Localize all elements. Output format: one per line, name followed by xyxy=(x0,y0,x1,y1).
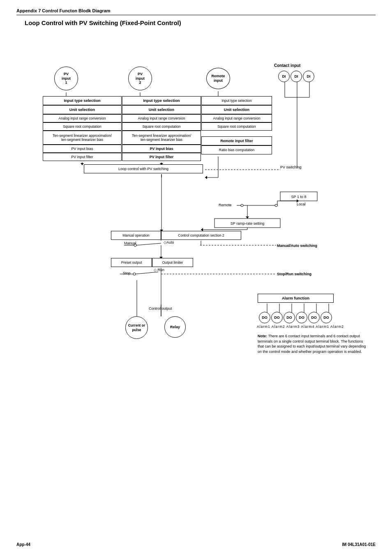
analog-range-2: Analog input range conversion xyxy=(122,114,201,122)
input-type-sel-2: Input type selection xyxy=(122,96,201,105)
contact-input-label: Contact input xyxy=(274,63,300,68)
svg-marker-4 xyxy=(81,163,84,165)
svg-line-48 xyxy=(136,272,158,274)
pv1-circle: PVinput1 xyxy=(54,67,78,90)
do5-circle: DO xyxy=(308,312,320,323)
svg-text:Stop/Run switching: Stop/Run switching xyxy=(277,272,311,276)
analog-range-3: Analog input range conversion xyxy=(201,114,272,122)
alarm-func-box: Alarm function xyxy=(258,294,334,303)
diagram-container: PV switching SP 1 to 8 Local Remote SP r… xyxy=(17,34,375,383)
input-type-sel-1: Input type selection xyxy=(43,96,122,105)
main-title: Loop Control with PV Switching (Fixed-Po… xyxy=(25,19,376,26)
pv-filter-1: PV input filter xyxy=(43,153,122,161)
svg-point-36 xyxy=(134,244,136,246)
svg-text:◇Auto: ◇Auto xyxy=(164,240,174,244)
svg-line-37 xyxy=(136,243,161,245)
svg-point-21 xyxy=(275,204,277,207)
do4-circle: DO xyxy=(296,312,307,323)
current-pulse-circle: Current orpulse xyxy=(125,316,148,339)
pv-bias-1: PV input bias xyxy=(43,145,122,153)
svg-text:Manual: Manual xyxy=(124,241,136,245)
svg-text:Stop: Stop xyxy=(123,271,131,275)
svg-marker-28 xyxy=(246,216,249,219)
di3-circle: DI xyxy=(303,71,314,82)
ratio-bias: Ratio bias computation xyxy=(201,145,272,154)
note-text: There are 6 contact input terminals and … xyxy=(258,334,366,354)
svg-text:PV switching: PV switching xyxy=(280,165,302,169)
remote-circle: Remoteinput xyxy=(206,68,230,89)
di1-circle: DI xyxy=(278,71,290,82)
ten-seg-2: Ten-segment linearizer approximation/ten… xyxy=(122,131,201,145)
pv-bias-2: PV input bias xyxy=(122,145,201,153)
note-box: Note: There are 6 contact input terminal… xyxy=(258,334,369,354)
unit-sel-1: Unit selection xyxy=(43,105,122,114)
page-header: Appendix 7 Control Functon Blodk Diagram xyxy=(16,8,376,15)
svg-text:Manual/Auto switching: Manual/Auto switching xyxy=(277,244,317,248)
pv2-circle: PVinput2 xyxy=(128,67,152,90)
svg-rect-14 xyxy=(280,192,317,201)
svg-text:Local: Local xyxy=(297,202,306,206)
alarm-labels: Alarm1 Alarm2 Alarm3 Alarm4 Alarm1 Alarm… xyxy=(257,325,344,329)
page-footer: App-44 IM 04L31A01-01E xyxy=(16,542,376,547)
do2-circle: DO xyxy=(271,312,283,323)
svg-point-19 xyxy=(241,204,243,207)
svg-text:Remote: Remote xyxy=(219,203,232,207)
unit-sel-3: Unit selection xyxy=(201,105,272,114)
unit-sel-2: Unit selection xyxy=(122,105,201,114)
svg-marker-24 xyxy=(297,199,299,203)
di2-circle: DI xyxy=(291,71,302,82)
svg-text:SP 1 to 8: SP 1 to 8 xyxy=(291,195,307,199)
ctrl-comp-box: Control computation section 2 xyxy=(161,231,241,240)
footer-right: IM 04L31A01-01E xyxy=(342,542,376,547)
out-limiter-box: Output limiter xyxy=(152,258,193,267)
svg-marker-9 xyxy=(205,176,207,179)
relay-circle: Relay xyxy=(164,316,186,338)
manual-op-box: Manual operation xyxy=(111,231,161,240)
svg-text:Control output: Control output xyxy=(149,306,172,311)
analog-range-1: Analog input range conversion xyxy=(43,114,122,122)
remote-filter: Remote input filter xyxy=(201,136,272,145)
svg-rect-25 xyxy=(214,219,280,228)
pv-filter-2: PV input filter xyxy=(122,153,201,161)
do3-circle: DO xyxy=(284,312,295,323)
do6-circle: DO xyxy=(321,312,332,323)
loop-ctrl-box: Loop control with PV switching xyxy=(84,164,203,173)
footer-left: App-44 xyxy=(16,542,30,547)
preset-out-box: Preset output xyxy=(111,258,152,267)
svg-point-46 xyxy=(133,273,136,275)
do1-circle: DO xyxy=(259,312,270,323)
sqrt-3: Square root computation xyxy=(201,122,272,131)
ten-seg-1: Ten-segment linearizer approximation/ten… xyxy=(43,131,122,145)
header-title: Appendix 7 Control Functon Blodk Diagram xyxy=(16,8,111,13)
input-type-sel-3: Input type selection xyxy=(201,96,272,105)
svg-text:SP ramp-rate setting: SP ramp-rate setting xyxy=(231,221,264,226)
note-label: Note: xyxy=(258,334,268,338)
sqrt-1: Square root computation xyxy=(43,122,122,131)
svg-text:◇ Run: ◇ Run xyxy=(154,268,164,272)
sqrt-2: Square root computation xyxy=(122,122,201,131)
